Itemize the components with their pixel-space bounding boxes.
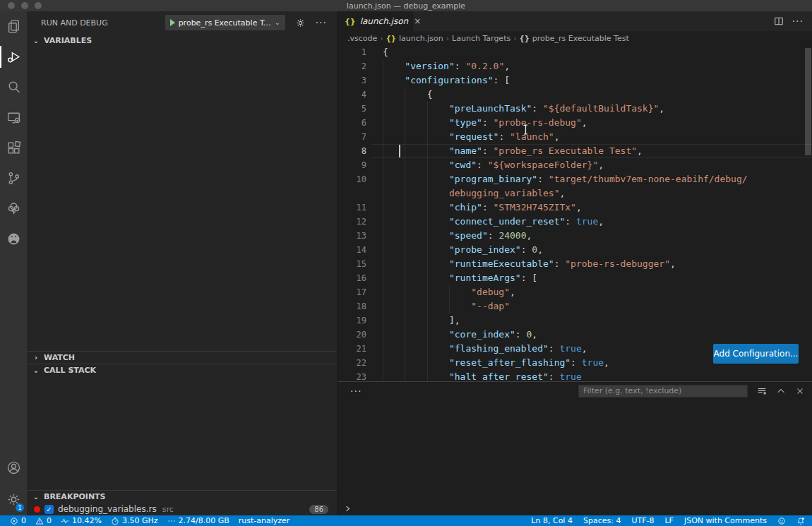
code-line[interactable]: 1{ [338,45,812,59]
status-item-2-74-8-00-gb[interactable]: 2.74/8.00 GB [167,516,229,525]
breakpoint-row[interactable]: ✓ debugging_variables.rs src 86 [27,503,337,515]
code-line[interactable]: 14 "probe_index": 0, [338,243,812,257]
code-line[interactable]: 6 "type": "probe-rs-debug", [338,116,812,130]
code-line[interactable]: 18 "--dap" [338,299,812,313]
panel-filter-input[interactable] [578,385,748,398]
editor-more-actions-icon[interactable]: ··· [792,16,804,27]
todo-tree-icon[interactable] [0,193,27,224]
explorer-icon[interactable] [0,11,27,42]
status-item-spaces-4[interactable]: Spaces: 4 [583,516,621,525]
call-stack-section-header[interactable]: ⌄ CALL STACK [27,364,337,376]
code-line[interactable]: 3 "configurations": [ [338,73,812,88]
split-editor-icon[interactable] [774,16,784,26]
breakpoint-checkbox[interactable]: ✓ [44,505,54,514]
line-number[interactable]: 11 [338,201,371,215]
breakpoints-section-header[interactable]: ⌄ BREAKPOINTS [27,490,337,503]
line-number[interactable]: 13 [338,229,371,243]
status-item-lf[interactable]: LF [664,516,673,525]
source-control-icon[interactable] [0,163,27,193]
code-line[interactable]: 17 "debug", [338,285,812,299]
watch-section-header[interactable]: › WATCH [27,351,337,364]
code-line[interactable]: 15 "runtimeExecutable": "probe-rs-debugg… [338,257,812,271]
extensions-icon[interactable] [0,133,27,163]
breadcrumb-item[interactable]: {}probe_rs Executable Test [520,34,629,43]
run-and-debug-icon[interactable] [0,42,27,72]
line-number[interactable]: 18 [338,299,371,313]
status-item-0[interactable]: 0 [10,516,26,525]
status-item-10-42[interactable]: 10.42% [61,516,102,525]
debug-console-input[interactable] [338,502,812,515]
debug-config-dropdown[interactable]: probe_rs Executable Test ⌄ [165,15,285,30]
start-debugging-icon[interactable] [170,19,175,26]
code-line[interactable]: 9 "cwd": "${workspaceFolder}", [338,158,812,172]
traffic-lights[interactable] [8,2,42,9]
line-number[interactable] [338,186,371,201]
code-line[interactable]: 7 "request": "launch", [338,130,812,144]
settings-gear-icon[interactable]: 1 [0,483,27,515]
status-item-rust-analyzer[interactable]: rust-analyzer [239,516,290,525]
line-number[interactable]: 2 [338,59,371,73]
code-line[interactable]: 16 "runtimeArgs": [ [338,271,812,285]
clear-console-icon[interactable] [757,386,767,396]
line-number[interactable]: 21 [338,342,371,356]
status-item-bell-dot[interactable] [796,517,805,525]
line-number[interactable]: 17 [338,285,371,299]
line-number[interactable]: 9 [338,158,371,172]
line-number[interactable]: 4 [338,88,371,102]
code-line[interactable]: 8 "name": "probe_rs Executable Test", [338,144,812,158]
line-number[interactable]: 3 [338,73,371,88]
code-line[interactable]: 2 "version": "0.2.0", [338,59,812,73]
views-more-actions-icon[interactable]: ··· [316,17,327,28]
debug-settings-gear-icon[interactable] [295,18,306,28]
panel-tabs-overflow-icon[interactable]: ··· [350,385,362,397]
status-item-0[interactable]: 0 [35,516,52,525]
status-item-feedback[interactable] [777,517,786,525]
close-panel-icon[interactable] [795,386,805,396]
status-item-json-with-comments[interactable]: JSON with Comments [684,516,767,525]
add-configuration-button[interactable]: Add Configuration... [713,344,799,364]
minimize-window-button[interactable] [21,2,28,9]
code-line[interactable]: 23 "halt_after_reset": true [338,370,812,381]
github-icon[interactable] [0,224,27,254]
line-number[interactable]: 8 [338,144,371,158]
code-line[interactable]: debugging_variables", [338,186,812,201]
close-window-button[interactable] [8,2,15,9]
line-number[interactable]: 16 [338,271,371,285]
tab-launch-json[interactable]: {} launch.json × [338,11,413,31]
variables-section-header[interactable]: ⌄ VARIABLES [27,34,337,47]
status-item-utf-8[interactable]: UTF-8 [631,516,654,525]
zoom-window-button[interactable] [35,2,42,9]
line-number[interactable]: 20 [338,328,371,342]
code-line[interactable]: 19 ], [338,313,812,328]
line-number[interactable]: 7 [338,130,371,144]
line-number[interactable]: 6 [338,116,371,130]
tab-close-icon[interactable]: × [414,16,421,26]
code-line[interactable]: 12 "connect_under_reset": true, [338,215,812,229]
editor-scrollbar[interactable] [805,48,811,155]
code-line[interactable]: 20 "core_index": 0, [338,328,812,342]
breadcrumb-item[interactable]: Launch Targets [452,34,511,43]
line-number[interactable]: 19 [338,313,371,328]
line-number[interactable]: 5 [338,102,371,116]
status-item-3-50-ghz[interactable]: 3.50 GHz [111,516,158,525]
line-number[interactable]: 1 [338,45,371,59]
breadcrumb-item[interactable]: {}launch.json [386,34,443,43]
line-number[interactable]: 23 [338,370,371,381]
accounts-icon[interactable] [0,453,27,483]
status-item-ln-8-col-4[interactable]: Ln 8, Col 4 [531,516,573,525]
maximize-panel-icon[interactable] [776,386,786,396]
line-number[interactable]: 22 [338,356,371,370]
search-icon[interactable] [0,72,27,102]
line-number[interactable]: 14 [338,243,371,257]
code-line[interactable]: 13 "speed": 24000, [338,229,812,243]
breadcrumb-item[interactable]: .vscode [347,34,377,43]
line-number[interactable]: 15 [338,257,371,271]
line-number[interactable]: 10 [338,172,371,186]
code-line[interactable]: 11 "chip": "STM32H745ZITx", [338,201,812,215]
remote-explorer-icon[interactable] [0,102,27,133]
code-line[interactable]: 4 { [338,88,812,102]
code-line[interactable]: 5 "preLaunchTask": "${defaultBuildTask}"… [338,102,812,116]
code-editor[interactable]: 1{2 "version": "0.2.0",3 "configurations… [338,45,812,381]
code-line[interactable]: 10 "program_binary": "target/thumbv7em-n… [338,172,812,186]
line-number[interactable]: 12 [338,215,371,229]
